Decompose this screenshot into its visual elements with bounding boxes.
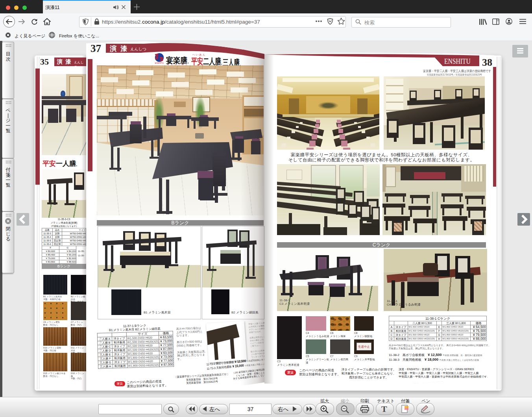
svg-text:ENSHITU: ENSHITU [155, 62, 164, 64]
